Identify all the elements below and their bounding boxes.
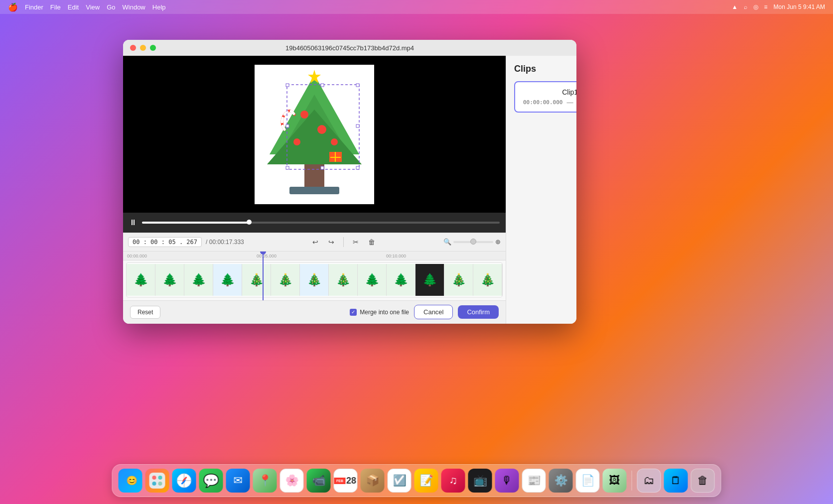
window-content: ⏸ 00 : 00 : 05 . 267 / 00:00:17.333 ↩ ↪ … xyxy=(123,56,576,324)
dock-finder[interactable]: 😊 xyxy=(119,469,142,493)
clip-thumb-7: 🎄 xyxy=(300,264,329,296)
menu-finder[interactable]: Finder xyxy=(25,3,43,11)
zoom-out-icon[interactable]: 🔍 xyxy=(443,238,451,246)
dock-facetime[interactable]: 📹 xyxy=(307,469,331,493)
current-time-display[interactable]: 00 : 00 : 05 . 267 xyxy=(128,237,202,247)
progress-bar[interactable] xyxy=(142,222,500,224)
clip-track: 🌲 🌲 🌲 🌲 🎄 🎄 🎄 🎄 🌲 🌲 🌲 🎄 🎄 xyxy=(126,262,503,297)
menu-go[interactable]: Go xyxy=(107,3,115,11)
timeline-ruler: 00:00.000 00:05.000 00:10.000 00:15.000 xyxy=(123,252,506,260)
dock-music[interactable]: ♫ xyxy=(441,469,465,493)
svg-point-26 xyxy=(152,476,156,480)
svg-rect-21 xyxy=(286,125,289,127)
menu-help[interactable]: Help xyxy=(152,3,166,11)
close-button[interactable] xyxy=(130,45,136,51)
dock-reminders[interactable]: ☑️ xyxy=(388,469,412,493)
dock-launchpad[interactable] xyxy=(145,469,169,493)
merge-checkbox-container[interactable]: ✓ Merge into one file xyxy=(350,309,409,316)
clip-thumb-5: 🎄 xyxy=(242,264,271,296)
dock-mail[interactable]: ✉ xyxy=(226,469,250,493)
total-time-display: / 00:00:17.333 xyxy=(206,239,244,246)
svg-point-27 xyxy=(158,476,162,480)
svg-rect-15 xyxy=(286,84,289,87)
dock-podcasts[interactable]: 🎙 xyxy=(495,469,519,493)
dock-news[interactable]: 📰 xyxy=(522,469,546,493)
video-area xyxy=(123,56,506,213)
timeline-area[interactable]: 00:00.000 00:05.000 00:10.000 00:15.000 … xyxy=(123,251,506,300)
search-icon[interactable]: ⌕ xyxy=(744,3,747,10)
clips-panel: Clips Clip1 00:00:00.000 —— 00:00:17.333 xyxy=(506,56,576,324)
zoom-in-icon[interactable]: ⊕ xyxy=(495,238,501,246)
ruler-mark-1: 00:05.000 xyxy=(257,253,277,258)
timeline-toolbar: 00 : 00 : 05 . 267 / 00:00:17.333 ↩ ↪ ✂ … xyxy=(123,233,506,251)
svg-point-8 xyxy=(293,138,300,145)
menubar-right: ▲ ⌕ ◎ ≡ Mon Jun 5 9:41 AM xyxy=(732,3,825,10)
zoom-controls: 🔍 ⊕ xyxy=(443,238,501,246)
merge-checkbox[interactable]: ✓ xyxy=(350,309,357,316)
siri-icon[interactable]: ◎ xyxy=(753,3,758,10)
clip-thumb-8: 🎄 xyxy=(329,264,358,296)
menu-window[interactable]: Window xyxy=(123,3,145,11)
clip-separator: —— xyxy=(566,99,573,106)
video-content xyxy=(123,56,506,213)
svg-rect-22 xyxy=(356,125,359,127)
progress-handle[interactable] xyxy=(247,220,252,225)
menu-view[interactable]: View xyxy=(86,3,100,11)
bottom-bar: Reset ✓ Merge into one file Cancel Confi… xyxy=(123,300,506,324)
minimize-button[interactable] xyxy=(140,45,146,51)
clip-thumb-12: 🎄 xyxy=(444,264,473,296)
dock-messages[interactable]: 💬 xyxy=(199,469,223,493)
redo-button[interactable]: ↪ xyxy=(325,236,337,248)
svg-rect-17 xyxy=(286,166,289,169)
pause-button[interactable]: ⏸ xyxy=(129,218,137,227)
christmas-tree-svg xyxy=(240,65,389,204)
menubar-left: 🍎 Finder File Edit View Go Window Help xyxy=(8,2,166,12)
reset-button[interactable]: Reset xyxy=(130,306,160,319)
delete-button[interactable]: 🗑 xyxy=(366,236,378,248)
svg-point-28 xyxy=(152,482,156,486)
dock-packages[interactable]: 📦 xyxy=(361,469,385,493)
svg-rect-19 xyxy=(321,84,324,87)
ruler-mark-0: 00:00.000 xyxy=(127,253,147,258)
svg-rect-20 xyxy=(321,166,324,169)
maximize-button[interactable] xyxy=(150,45,156,51)
playhead[interactable] xyxy=(263,252,264,300)
window-titlebar: 19b4605063196c0745cc7b173bb4d72d.mp4 xyxy=(123,40,576,56)
dock-safari[interactable] xyxy=(172,469,196,493)
dock-appletv[interactable]: 📺 xyxy=(468,469,492,493)
scissors-button[interactable]: ✂ xyxy=(350,236,362,248)
dock-maps[interactable]: 📍 xyxy=(253,469,277,493)
dock-systemprefs[interactable]: ⚙️ xyxy=(549,469,573,493)
svg-rect-25 xyxy=(149,473,165,489)
dock-photos[interactable]: 🌸 xyxy=(280,469,304,493)
progress-fill xyxy=(142,222,249,224)
zoom-handle[interactable] xyxy=(470,239,476,245)
confirm-button[interactable]: Confirm xyxy=(458,305,499,319)
control-center-icon[interactable]: ≡ xyxy=(764,3,768,10)
dock-textedit[interactable]: 📄 xyxy=(576,469,600,493)
datetime-display: Mon Jun 5 9:41 AM xyxy=(774,3,825,10)
ruler-mark-2: 00:10.000 xyxy=(386,253,406,258)
dock-notes[interactable]: 📝 xyxy=(415,469,438,493)
clip-thumb-2: 🌲 xyxy=(155,264,184,296)
apple-logo-icon[interactable]: 🍎 xyxy=(8,2,18,12)
dock-preview[interactable]: 🖼 xyxy=(603,469,627,493)
clip-card-1[interactable]: Clip1 00:00:00.000 —— 00:00:17.333 xyxy=(514,81,576,113)
zoom-slider[interactable] xyxy=(453,241,493,243)
cancel-button[interactable]: Cancel xyxy=(414,305,453,319)
main-panel: ⏸ 00 : 00 : 05 . 267 / 00:00:17.333 ↩ ↪ … xyxy=(123,56,506,324)
dock-trash[interactable]: 🗑 xyxy=(691,469,715,493)
dock-notes2[interactable]: 🗒 xyxy=(664,469,688,493)
svg-point-9 xyxy=(331,138,338,145)
menu-edit[interactable]: Edit xyxy=(68,3,79,11)
menu-file[interactable]: File xyxy=(50,3,61,11)
clip-times: 00:00:00.000 —— 00:00:17.333 xyxy=(523,99,576,106)
undo-button[interactable]: ↩ xyxy=(309,236,321,248)
clip-thumb-1: 🌲 xyxy=(127,264,155,296)
check-icon: ✓ xyxy=(351,309,355,315)
dock-calendar[interactable]: FEB 28 xyxy=(334,469,358,493)
svg-rect-16 xyxy=(356,84,359,87)
dock-files[interactable]: 🗂 xyxy=(637,469,661,493)
clip-start-time: 00:00:00.000 xyxy=(523,99,562,106)
svg-text:😊: 😊 xyxy=(127,475,138,486)
